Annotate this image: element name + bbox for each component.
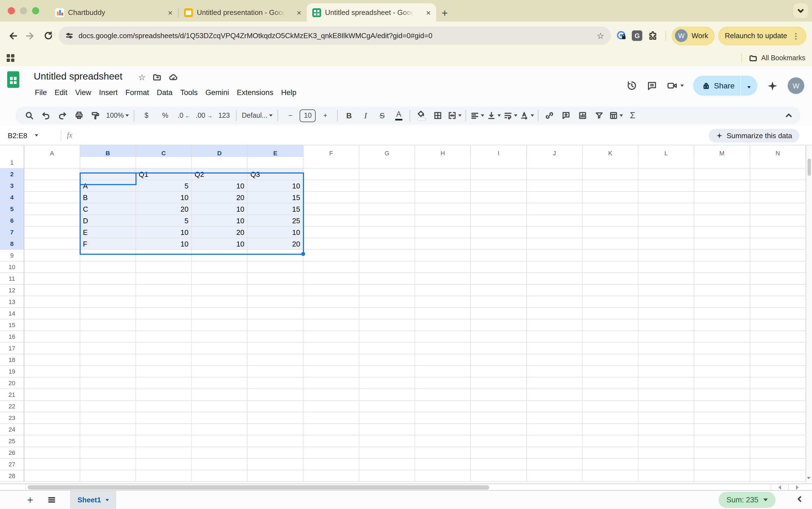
cell-F5[interactable]: [303, 203, 359, 215]
cell-H28[interactable]: [415, 470, 471, 482]
create-filter-button[interactable]: [591, 108, 608, 123]
cell-D22[interactable]: [192, 401, 248, 412]
menu-data[interactable]: Data: [153, 87, 176, 98]
cell-C3[interactable]: 5: [136, 180, 192, 192]
cell-F12[interactable]: [303, 284, 359, 296]
cell-K18[interactable]: [583, 354, 638, 366]
cell-I24[interactable]: [471, 424, 527, 436]
cell-K11[interactable]: [583, 273, 638, 284]
cell-J14[interactable]: [527, 308, 583, 319]
cell-K26[interactable]: [583, 447, 638, 459]
cell-G1[interactable]: [359, 157, 415, 169]
row-header-16[interactable]: 16: [0, 331, 24, 343]
cell-H24[interactable]: [415, 424, 471, 436]
row-header-22[interactable]: 22: [0, 401, 24, 412]
cell-L26[interactable]: [638, 447, 694, 459]
cell-B10[interactable]: [80, 262, 136, 273]
cell-N19[interactable]: [750, 366, 806, 377]
cell-E6[interactable]: 25: [248, 215, 303, 227]
text-color-button[interactable]: A: [391, 108, 407, 123]
cell-B13[interactable]: [80, 296, 136, 308]
cell-N23[interactable]: [750, 412, 806, 424]
cell-A17[interactable]: [24, 343, 80, 354]
decrease-font-size-button[interactable]: −: [281, 108, 300, 123]
cell-G14[interactable]: [359, 308, 415, 319]
cell-N21[interactable]: [750, 389, 806, 401]
row-header-27[interactable]: 27: [0, 459, 24, 470]
cell-B11[interactable]: [80, 273, 136, 284]
cell-L18[interactable]: [638, 354, 694, 366]
cell-B21[interactable]: [80, 389, 136, 401]
cell-N25[interactable]: [750, 436, 806, 447]
menu-edit[interactable]: Edit: [51, 87, 72, 98]
cell-F9[interactable]: [303, 250, 359, 262]
cell-N4[interactable]: [750, 192, 806, 203]
cell-H18[interactable]: [415, 354, 471, 366]
cell-N9[interactable]: [750, 250, 806, 262]
cell-F21[interactable]: [303, 389, 359, 401]
cell-A15[interactable]: [24, 319, 80, 331]
format-percent-button[interactable]: %: [156, 108, 175, 123]
cell-F6[interactable]: [303, 215, 359, 227]
cell-L15[interactable]: [638, 319, 694, 331]
cell-M5[interactable]: [694, 203, 750, 215]
cell-I18[interactable]: [471, 354, 527, 366]
cell-C20[interactable]: [136, 377, 192, 389]
document-title[interactable]: Untitled spreadsheet: [34, 71, 123, 82]
row-header-11[interactable]: 11: [0, 273, 24, 284]
cell-G28[interactable]: [359, 470, 415, 482]
cell-E8[interactable]: 20: [248, 238, 303, 250]
cell-A22[interactable]: [24, 401, 80, 412]
scroll-right-button[interactable]: [788, 484, 806, 490]
cell-K25[interactable]: [583, 436, 638, 447]
fullscreen-window-button[interactable]: [32, 7, 39, 14]
cell-H10[interactable]: [415, 262, 471, 273]
cell-D6[interactable]: 10: [192, 215, 248, 227]
name-box[interactable]: B2:E8: [0, 131, 55, 140]
cell-L22[interactable]: [638, 401, 694, 412]
cell-I26[interactable]: [471, 447, 527, 459]
fill-color-button[interactable]: [413, 108, 430, 123]
insert-chart-button[interactable]: [575, 108, 591, 123]
cell-E10[interactable]: [248, 262, 303, 273]
cell-D11[interactable]: [192, 273, 248, 284]
cell-B12[interactable]: [80, 284, 136, 296]
cell-D15[interactable]: [192, 319, 248, 331]
vertical-scrollbar[interactable]: [806, 145, 812, 483]
cell-N17[interactable]: [750, 343, 806, 354]
cell-K8[interactable]: [583, 238, 638, 250]
cell-G24[interactable]: [359, 424, 415, 436]
cell-C21[interactable]: [136, 389, 192, 401]
cell-A4[interactable]: [24, 192, 80, 203]
cell-E9[interactable]: [248, 250, 303, 262]
cell-J12[interactable]: [527, 284, 583, 296]
cell-A10[interactable]: [24, 262, 80, 273]
cell-K16[interactable]: [583, 331, 638, 343]
cell-C13[interactable]: [136, 296, 192, 308]
cell-J22[interactable]: [527, 401, 583, 412]
cell-H1[interactable]: [415, 157, 471, 169]
cell-G19[interactable]: [359, 366, 415, 377]
cell-B7[interactable]: E: [80, 227, 136, 238]
cell-F23[interactable]: [303, 412, 359, 424]
comments-icon[interactable]: [646, 80, 657, 91]
cell-D20[interactable]: [192, 377, 248, 389]
tab-close-icon[interactable]: ×: [167, 8, 174, 16]
cell-G4[interactable]: [359, 192, 415, 203]
cell-J6[interactable]: [527, 215, 583, 227]
cell-E13[interactable]: [248, 296, 303, 308]
cell-J24[interactable]: [527, 424, 583, 436]
cell-D8[interactable]: 10: [192, 238, 248, 250]
cell-G12[interactable]: [359, 284, 415, 296]
cell-M2[interactable]: [694, 169, 750, 180]
cell-G5[interactable]: [359, 203, 415, 215]
forward-button[interactable]: [23, 29, 38, 43]
cell-H9[interactable]: [415, 250, 471, 262]
all-sheets-button[interactable]: [47, 496, 56, 504]
cell-D28[interactable]: [192, 470, 248, 482]
cell-M6[interactable]: [694, 215, 750, 227]
cell-M12[interactable]: [694, 284, 750, 296]
meet-button[interactable]: [666, 80, 683, 91]
show-side-panel-button[interactable]: [796, 495, 804, 504]
cell-N8[interactable]: [750, 238, 806, 250]
